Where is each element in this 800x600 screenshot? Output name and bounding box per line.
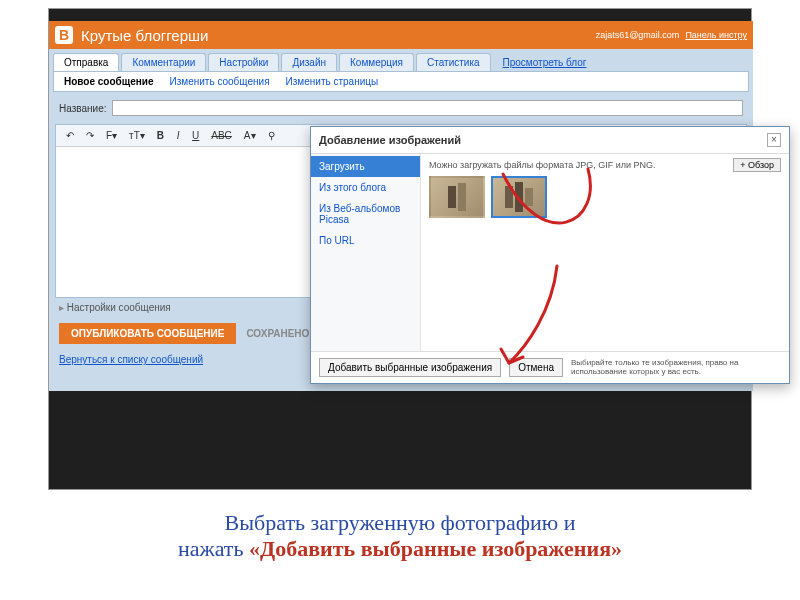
publish-button[interactable]: ОПУБЛИКОВАТЬ СООБЩЕНИЕ: [59, 323, 236, 344]
tab-commerce[interactable]: Коммерция: [339, 53, 414, 71]
back-to-list-link[interactable]: Вернуться к списку сообщений: [59, 354, 203, 365]
blogger-logo-icon: B: [55, 26, 73, 44]
preview-blog-link[interactable]: Просмотреть блог: [493, 54, 597, 71]
size-button[interactable]: тТ▾: [125, 128, 149, 143]
screenshot-frame: B Крутые блоггерши zajats61@gmail.com Па…: [48, 8, 752, 490]
tab-stats[interactable]: Статистика: [416, 53, 491, 71]
strike-button[interactable]: ABC: [207, 128, 236, 143]
saved-label: СОХРАНЕНО: [246, 328, 309, 339]
user-email: zajats61@gmail.com: [596, 30, 680, 40]
italic-button[interactable]: I: [172, 128, 184, 143]
tab-settings[interactable]: Настройки: [208, 53, 279, 71]
tab-send[interactable]: Отправка: [53, 53, 119, 71]
browse-button[interactable]: + Обзор: [733, 158, 781, 172]
add-selected-button[interactable]: Добавить выбранные изображения: [319, 358, 501, 377]
tab-design[interactable]: Дизайн: [281, 53, 337, 71]
cancel-button[interactable]: Отмена: [509, 358, 563, 377]
add-images-modal: Добавление изображений × Загрузить Из эт…: [310, 126, 790, 384]
modal-sidebar: Загрузить Из этого блога Из Веб-альбомов…: [311, 154, 421, 351]
main-tabs: Отправка Комментарии Настройки Дизайн Ко…: [49, 49, 753, 71]
uploaded-thumb-2[interactable]: [491, 176, 547, 218]
undo-button[interactable]: ↶: [62, 128, 78, 143]
rights-note: Выбирайте только те изображения, право н…: [571, 358, 781, 377]
slide-caption: Выбрать загруженную фотографию и нажать …: [0, 510, 800, 562]
sidebar-item-picasa[interactable]: Из Веб-альбомов Picasa: [311, 198, 420, 230]
underline-button[interactable]: U: [188, 128, 203, 143]
site-title: Крутые блоггерши: [81, 27, 208, 44]
subtab-edit-pages[interactable]: Изменить страницы: [286, 76, 379, 87]
title-label: Название:: [59, 103, 106, 114]
modal-title: Добавление изображений: [319, 134, 461, 146]
text-color-button[interactable]: A▾: [240, 128, 260, 143]
redo-button[interactable]: ↷: [82, 128, 98, 143]
subtabs: Новое сообщение Изменить сообщения Измен…: [53, 71, 749, 92]
bold-button[interactable]: B: [153, 128, 168, 143]
subtab-edit-posts[interactable]: Изменить сообщения: [170, 76, 270, 87]
panel-link[interactable]: Панель инстру: [685, 30, 747, 40]
sidebar-item-upload[interactable]: Загрузить: [311, 156, 420, 177]
subtab-new[interactable]: Новое сообщение: [64, 76, 154, 87]
font-button[interactable]: F▾: [102, 128, 121, 143]
tab-comments[interactable]: Комментарии: [121, 53, 206, 71]
header: B Крутые блоггерши zajats61@gmail.com Па…: [49, 21, 753, 49]
sidebar-item-url[interactable]: По URL: [311, 230, 420, 251]
sidebar-item-this-blog[interactable]: Из этого блога: [311, 177, 420, 198]
title-input[interactable]: [112, 100, 743, 116]
modal-close-icon[interactable]: ×: [767, 133, 781, 147]
uploaded-thumb-1[interactable]: [429, 176, 485, 218]
upload-hint: Можно загружать файлы формата JPG, GIF и…: [429, 160, 781, 170]
link-button[interactable]: ⚲: [264, 128, 279, 143]
